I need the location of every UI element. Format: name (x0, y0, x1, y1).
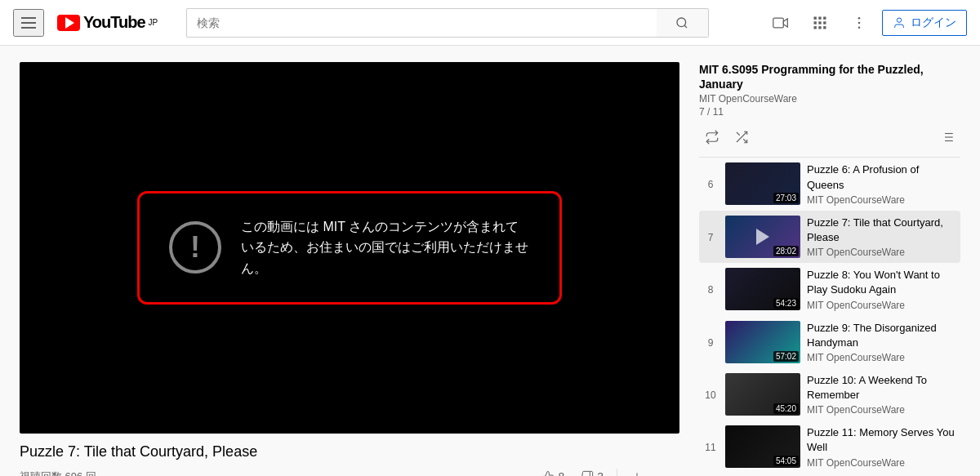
svg-rect-6 (823, 16, 826, 19)
svg-point-16 (897, 18, 901, 22)
playlist-item[interactable]: 7 28:02 Puzzle 7: Tile that Courtyard, P… (699, 211, 960, 263)
item-thumbnail: 45:20 (725, 373, 800, 416)
item-duration: 28:02 (773, 246, 799, 256)
svg-rect-9 (823, 21, 826, 24)
item-number: 8 (702, 268, 719, 296)
item-duration: 54:05 (773, 456, 799, 466)
thumb-down-icon (581, 470, 594, 477)
item-channel: MIT OpenCourseWare (807, 457, 957, 469)
main-content: ! この動画には MIT さんのコンテンツが含まれているため、お住まいの国ではご… (0, 46, 980, 476)
header-center (186, 8, 709, 38)
item-title: Puzzle 7: Tile that Courtyard, Please (807, 216, 957, 245)
svg-point-14 (858, 21, 861, 24)
playlist-item[interactable]: 8 54:23 Puzzle 8: You Won't Want to Play… (699, 263, 960, 315)
video-camera-button[interactable] (764, 7, 797, 39)
item-info: Puzzle 8: You Won't Want to Play Sudoku … (807, 268, 957, 310)
item-info: Puzzle 10: A Weekend To Remember MIT Ope… (807, 373, 957, 416)
hamburger-menu[interactable] (13, 9, 44, 37)
playlist-item[interactable]: 10 45:20 Puzzle 10: A Weekend To Remembe… (699, 368, 960, 420)
playlist-channel: MIT OpenCourseWare (699, 93, 960, 105)
svg-line-24 (737, 132, 740, 136)
shuffle-icon (734, 130, 749, 145)
exclamation-mark: ! (190, 230, 200, 265)
login-label: ログイン (911, 16, 956, 30)
item-duration: 27:03 (773, 193, 799, 203)
playlist-progress: 7 / 11 (699, 106, 960, 118)
apps-icon (812, 15, 828, 31)
playlist-item[interactable]: 11 54:05 Puzzle 11: Memory Serves You We… (699, 420, 960, 473)
shuffle-button[interactable] (728, 124, 755, 150)
item-number: 10 (702, 373, 719, 401)
item-title: Puzzle 10: A Weekend To Remember (807, 373, 957, 403)
more-vertical-icon (851, 15, 867, 31)
login-button[interactable]: ログイン (882, 10, 967, 36)
item-number: 6 (702, 162, 719, 190)
item-number: 7 (702, 216, 719, 243)
item-duration: 54:23 (773, 298, 799, 309)
apps-button[interactable] (804, 7, 836, 39)
item-channel: MIT OpenCourseWare (807, 194, 957, 206)
item-number: 11 (702, 425, 719, 453)
item-duration: 45:20 (773, 403, 799, 414)
user-icon (893, 16, 906, 29)
item-thumbnail: 27:03 (725, 162, 800, 205)
svg-point-15 (858, 26, 861, 29)
svg-line-23 (743, 140, 747, 144)
more-options-button[interactable] (843, 7, 875, 39)
sidebar: MIT 6.S095 Programming for the Puzzled, … (699, 62, 960, 476)
more-video-options-button[interactable] (653, 465, 679, 477)
playlist-controls (699, 124, 960, 158)
dislike-button[interactable]: 3 (574, 465, 610, 477)
video-meta-bar: 視聴回数 696 回 8 3 (20, 465, 679, 477)
thumb-up-icon (541, 470, 555, 477)
item-number: 9 (702, 321, 719, 349)
playlist-item[interactable]: 6 27:03 Puzzle 6: A Profusion of Queens … (699, 158, 960, 210)
header-left: YouTubeJP (13, 9, 158, 37)
item-info: Puzzle 11: Memory Serves You Well MIT Op… (807, 425, 957, 468)
playlist-header: MIT 6.S095 Programming for the Puzzled, … (699, 62, 960, 118)
svg-rect-4 (814, 16, 817, 19)
playlist-item[interactable]: 9 57:02 Puzzle 9: The Disorganized Handy… (699, 316, 960, 368)
play-triangle (65, 17, 74, 29)
item-channel: MIT OpenCourseWare (807, 300, 957, 311)
item-thumbnail: 54:05 (725, 425, 800, 468)
logo-jp: JP (149, 18, 158, 27)
like-button[interactable]: 8 (535, 465, 571, 477)
video-actions: 8 3 (535, 465, 679, 477)
add-to-playlist-button[interactable] (624, 465, 650, 477)
svg-line-1 (684, 25, 687, 28)
loop-button[interactable] (699, 124, 725, 150)
svg-point-13 (858, 16, 861, 19)
loop-icon (705, 130, 719, 145)
item-channel: MIT OpenCourseWare (807, 404, 957, 416)
svg-rect-7 (814, 21, 817, 24)
item-thumbnail: 57:02 (725, 321, 800, 363)
svg-point-0 (677, 18, 686, 27)
search-input[interactable] (186, 8, 657, 38)
svg-rect-10 (814, 26, 817, 29)
logo-icon (57, 15, 80, 31)
add-to-playlist-icon (630, 470, 644, 477)
item-info: Puzzle 7: Tile that Courtyard, Please MI… (807, 216, 957, 258)
logo[interactable]: YouTubeJP (57, 13, 158, 32)
error-box: ! この動画には MIT さんのコンテンツが含まれているため、お住まいの国ではご… (137, 191, 562, 305)
svg-rect-11 (818, 26, 821, 29)
error-message: この動画には MIT さんのコンテンツが含まれているため、お住まいの国ではご利用… (241, 216, 530, 279)
header: YouTubeJP ログイン (0, 0, 980, 46)
error-icon: ! (169, 221, 221, 274)
view-count: 視聴回数 696 回 (20, 469, 96, 477)
item-channel: MIT OpenCourseWare (807, 352, 957, 363)
video-player[interactable]: ! この動画には MIT さんのコンテンツが含まれているため、お住まいの国ではご… (20, 62, 679, 434)
item-title: Puzzle 11: Memory Serves You Well (807, 425, 957, 455)
item-title: Puzzle 8: You Won't Want to Play Sudoku … (807, 268, 957, 297)
item-thumbnail: 28:02 (725, 216, 800, 258)
like-count: 8 (558, 470, 564, 477)
svg-rect-8 (818, 21, 821, 24)
svg-marker-3 (783, 19, 787, 27)
add-to-queue-button[interactable] (934, 124, 960, 150)
item-channel: MIT OpenCourseWare (807, 247, 957, 258)
svg-rect-5 (818, 16, 821, 19)
item-thumbnail: 54:23 (725, 268, 800, 310)
item-duration: 57:02 (773, 351, 799, 362)
search-button[interactable] (657, 8, 709, 38)
